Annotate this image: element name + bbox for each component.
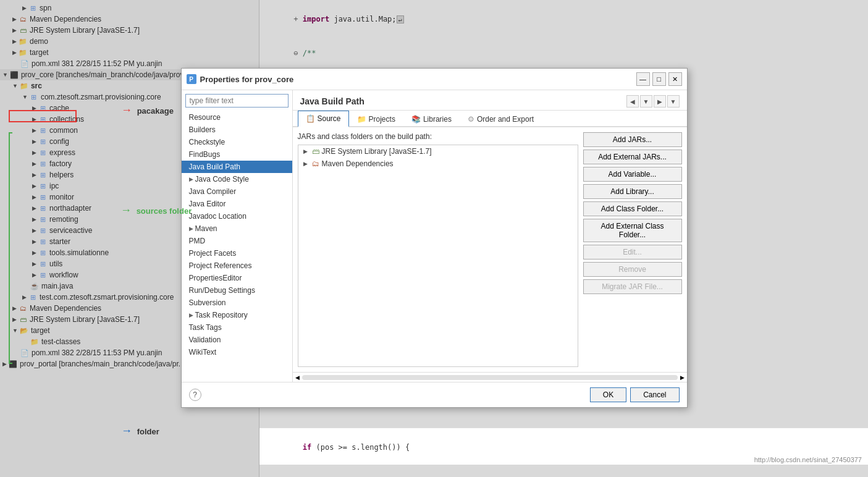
nav-item-run-debug[interactable]: Run/Debug Settings — [182, 284, 292, 297]
add-library-button[interactable]: Add Library... — [583, 184, 682, 199]
nav-item-findbugs[interactable]: FindBugs — [182, 148, 292, 161]
add-jars-button[interactable]: Add JARs... — [583, 132, 682, 147]
nav-item-task-repository[interactable]: ▶ Task Repository — [182, 309, 292, 321]
tab-source[interactable]: 📋 Source — [298, 111, 349, 127]
add-variable-button[interactable]: Add Variable... — [583, 167, 682, 182]
tab-libraries[interactable]: 📚 Libraries — [403, 111, 460, 127]
tabs-row: 📋 Source 📁 Projects 📚 Libraries ⚙ Order … — [293, 111, 687, 127]
code-line-return: return null; — [262, 464, 866, 465]
close-button[interactable]: ✕ — [668, 72, 682, 86]
nav-item-subversion[interactable]: Subversion — [182, 297, 292, 309]
nav-item-java-editor[interactable]: Java Editor — [182, 198, 292, 210]
scroll-left-button[interactable]: ◀ — [295, 374, 300, 381]
blue-arrow-icon: → — [121, 424, 132, 437]
jars-list[interactable]: ▶ 🗃 JRE System Library [JavaSE-1.7] ▶ 🗂 … — [298, 145, 578, 367]
add-external-class-folder-button[interactable]: Add External Class Folder... — [583, 219, 682, 242]
migrate-jar-button[interactable]: Migrate JAR File... — [583, 279, 682, 294]
maven-jar-icon: 🗂 — [312, 159, 319, 168]
green-arrow-icon: → — [120, 204, 132, 217]
tab-projects[interactable]: 📁 Projects — [349, 111, 403, 127]
add-class-folder-button[interactable]: Add Class Folder... — [583, 201, 682, 216]
modal-overlay: P Properties for prov_core — □ ✕ Resourc… — [0, 0, 868, 477]
status-bar-url: http://blog.csdn.net/sinat_27450377 — [754, 456, 862, 463]
nav-item-project-facets[interactable]: Project Facets — [182, 247, 292, 260]
nav-item-validation[interactable]: Validation — [182, 334, 292, 346]
content-area: JARs and class folders on the build path… — [293, 127, 687, 372]
nav-item-wikitext[interactable]: WikiText — [182, 346, 292, 358]
dialog-title-icon: P — [187, 74, 196, 84]
minimize-button[interactable]: — — [636, 72, 650, 86]
expand-arrow-icon: ▶ — [303, 161, 310, 167]
cancel-button[interactable]: Cancel — [630, 387, 679, 402]
nav-item-project-references[interactable]: Project References — [182, 260, 292, 272]
nav-item-pmd[interactable]: PMD — [182, 235, 292, 247]
annotation-sources-folder: → sources folder — [120, 204, 192, 217]
jre-jar-icon: 🗃 — [312, 147, 319, 156]
jar-item-maven[interactable]: ▶ 🗂 Maven Dependencies — [298, 158, 578, 170]
dialog-body: Resource Builders Checkstyle FindBugs Ja… — [182, 90, 687, 382]
dialog-right-panel: Java Build Path ◀ ▼ ▶ ▼ 📋 Source — [293, 90, 687, 382]
dialog-controls: — □ ✕ — [636, 72, 682, 86]
dialog-footer: ? OK Cancel — [182, 382, 687, 407]
jar-item-jre[interactable]: ▶ 🗃 JRE System Library [JavaSE-1.7] — [298, 145, 578, 158]
nav-item-resource[interactable]: Resource — [182, 111, 292, 124]
order-tab-icon: ⚙ — [468, 115, 474, 124]
nav-item-builders[interactable]: Builders — [182, 124, 292, 136]
source-tab-icon: 📋 — [306, 114, 315, 123]
dialog-nav-buttons: ◀ ▼ ▶ ▼ — [626, 95, 680, 108]
help-button[interactable]: ? — [189, 389, 201, 401]
filter-input[interactable] — [185, 94, 289, 108]
nav-item-java-code-style[interactable]: ▶ Java Code Style — [182, 173, 292, 185]
jars-section: JARs and class folders on the build path… — [298, 132, 578, 367]
nav-item-properties-editor[interactable]: PropertiesEditor — [182, 272, 292, 284]
nav-item-checkstyle[interactable]: Checkstyle — [182, 136, 292, 148]
nav-dropdown-button[interactable]: ▼ — [640, 95, 652, 108]
dialog-title: P Properties for prov_core — [187, 74, 294, 84]
buttons-section: Add JARs... Add External JARs... Add Var… — [583, 132, 682, 367]
projects-tab-icon: 📁 — [357, 115, 366, 124]
nav-dropdown2-button[interactable]: ▼ — [667, 95, 680, 108]
nav-item-java-build-path[interactable]: Java Build Path — [182, 161, 292, 173]
tab-order[interactable]: ⚙ Order and Export — [460, 111, 542, 127]
nav-item-maven[interactable]: ▶ Maven — [182, 222, 292, 235]
scroll-right-button[interactable]: ▶ — [680, 374, 685, 381]
ok-button[interactable]: OK — [590, 387, 626, 402]
remove-button[interactable]: Remove — [583, 262, 682, 277]
libraries-tab-icon: 📚 — [411, 115, 421, 124]
annotation-package: → pacakage — [121, 104, 174, 117]
nav-forward-button[interactable]: ▶ — [654, 95, 666, 108]
properties-dialog: P Properties for prov_core — □ ✕ Resourc… — [181, 68, 688, 408]
nav-item-task-tags[interactable]: Task Tags — [182, 321, 292, 334]
dialog-title-text: Properties for prov_core — [200, 75, 294, 84]
dialog-header-row: Java Build Path ◀ ▼ ▶ ▼ — [293, 90, 687, 111]
footer-buttons: OK Cancel — [590, 387, 680, 402]
red-arrow-icon: → — [121, 104, 132, 117]
dialog-section-title: Java Build Path — [300, 96, 364, 106]
nav-item-javadoc[interactable]: Javadoc Location — [182, 210, 292, 222]
add-external-jars-button[interactable]: Add External JARs... — [583, 150, 682, 164]
nav-item-java-compiler[interactable]: Java Compiler — [182, 185, 292, 198]
maximize-button[interactable]: □ — [652, 72, 666, 86]
edit-button[interactable]: Edit... — [583, 245, 682, 260]
jars-label: JARs and class folders on the build path… — [298, 132, 578, 141]
dialog-nav-panel: Resource Builders Checkstyle FindBugs Ja… — [182, 90, 293, 382]
dialog-titlebar: P Properties for prov_core — □ ✕ — [182, 69, 687, 90]
annotation-folder: → folder — [121, 424, 159, 437]
horizontal-scrollbar[interactable]: ◀ ▶ — [293, 372, 687, 382]
nav-back-button[interactable]: ◀ — [626, 95, 639, 108]
expand-arrow-icon: ▶ — [303, 148, 310, 154]
